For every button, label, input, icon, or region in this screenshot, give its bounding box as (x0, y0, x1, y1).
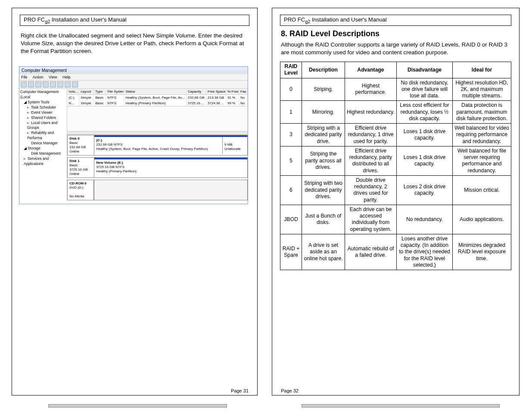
tree-services[interactable]: Services and Applications (24, 156, 49, 166)
tree-shared[interactable]: Shared Folders (31, 115, 56, 120)
tree-root[interactable]: Computer Management (Local (20, 90, 66, 100)
col-status[interactable]: Status (124, 89, 187, 94)
disk0-partition-c[interactable]: (C:) 232.88 GB NTFS Healthy (System, Boo… (96, 137, 221, 154)
tree-event[interactable]: Event Viewer (31, 110, 53, 115)
table-row: RAID + Spare A drive is set aside as an … (280, 234, 511, 270)
menu-file[interactable]: File (21, 75, 28, 79)
col-layout[interactable]: Layout (79, 89, 94, 94)
scrollbar-right[interactable] (302, 404, 500, 408)
disk0-name: Disk 0 (69, 137, 80, 140)
tree-devmgr[interactable]: Device Manager (31, 141, 58, 145)
volume-header: Volu... Layout Type File System Status C… (67, 89, 248, 95)
tree-storage[interactable]: Storage (28, 146, 40, 150)
help-icon[interactable] (50, 81, 56, 87)
table-header-row: RAID Level Description Advantage Disadva… (280, 62, 511, 78)
th-dis: Disadvantage (397, 62, 453, 78)
col-pctfree[interactable]: % Free (226, 89, 239, 94)
tree-systools[interactable]: System Tools (28, 100, 49, 104)
cm-toolbar (19, 81, 248, 89)
volume-row[interactable]: N... Simple Basic NTFS Healthy (Primary … (67, 100, 248, 106)
cdrom-name: CD-ROM 0 (69, 181, 87, 185)
header-right: PRO FCg2 Installation and User's Manual (280, 15, 511, 26)
table-row: 3 Striping with a dedicated parity drive… (280, 124, 511, 146)
menu-view[interactable]: View (49, 75, 57, 79)
cm-menubar: File Action View Help (19, 74, 248, 81)
menu-help[interactable]: Help (62, 75, 71, 79)
col-volume[interactable]: Volu... (67, 89, 79, 94)
table-row: JBOD Just a Bunch of disks. Each drive c… (280, 205, 511, 234)
cdrom-row: CD-ROM 0 DVD (D:) No Media (67, 180, 248, 200)
settings-icon[interactable] (72, 81, 78, 87)
section-title: 8. RAID Level Descriptions (272, 26, 519, 40)
up-icon[interactable] (35, 81, 41, 87)
disk1-name: Disk 1 (69, 159, 80, 163)
volume-list-spacer (67, 106, 248, 135)
page-number-32: Page 32 (281, 388, 299, 393)
cm-title-bar: Computer Management (19, 67, 248, 74)
th-desc: Description (302, 62, 345, 78)
col-fault[interactable]: Fau (239, 89, 248, 94)
instruction-text: Right click the Unallocated segment and … (12, 26, 257, 62)
tree-perf[interactable]: Reliability and Performa (27, 131, 54, 140)
list-icon[interactable] (65, 81, 71, 87)
th-adv: Advantage (345, 62, 397, 78)
refresh-icon[interactable] (57, 81, 63, 87)
properties-icon[interactable] (43, 81, 49, 87)
disk-0-row: Disk 0 Basic 232.88 GB Online (C:) 232.8… (67, 135, 248, 156)
tree-diskmgmt[interactable]: Disk Management (31, 151, 61, 156)
volume-row[interactable]: (C:) Simple Basic NTFS Healthy (System, … (67, 95, 248, 100)
disk1-partition-e[interactable]: New Volume (E:) 3725.16 GB NTFS Healthy … (96, 159, 246, 176)
col-filesystem[interactable]: File System (106, 89, 124, 94)
table-row: 5 Striping the parity across all drives.… (280, 146, 511, 175)
col-freespace[interactable]: Free Space (206, 89, 226, 94)
computer-management-window: Computer Management File Action View Hel… (19, 66, 248, 204)
disk-1-row: Disk 1 Basic 3725.16 GB Online New Volum… (67, 157, 248, 178)
scrollbar-left[interactable] (48, 404, 227, 408)
back-icon[interactable] (21, 81, 27, 87)
page-31: PRO FCg2 Installation and User's Manual … (12, 8, 258, 395)
col-type[interactable]: Type (94, 89, 106, 94)
th-ideal: Ideal for (453, 62, 511, 78)
forward-icon[interactable] (28, 81, 34, 87)
disk0-unallocated[interactable]: 9 MB Unallocate (222, 137, 246, 154)
page-number-31: Page 31 (231, 388, 249, 393)
cm-right-pane: Volu... Layout Type File System Status C… (67, 89, 248, 200)
col-capacity[interactable]: Capacity (187, 89, 206, 94)
menu-action[interactable]: Action (33, 75, 44, 79)
raid-table: RAID Level Description Advantage Disadva… (280, 62, 511, 270)
tree-task[interactable]: Task Scheduler (31, 105, 56, 109)
header-left: PRO FCg2 Installation and User's Manual (20, 15, 249, 26)
th-level: RAID Level (280, 62, 302, 78)
table-row: 1 Mirroring. Highest redundancy. Less co… (280, 101, 511, 124)
cm-tree: Computer Management (Local ◢System Tools… (19, 89, 67, 200)
tree-users[interactable]: Local Users and Groups (27, 121, 57, 130)
table-row: 6 Striping with two dedicated parity dri… (280, 175, 511, 205)
page-32: PRO FCg2 Installation and User's Manual … (272, 8, 520, 395)
section-intro: Although the RAID Controller supports a … (272, 40, 519, 59)
table-row: 0 Striping. Highest performance. No disk… (280, 78, 511, 101)
